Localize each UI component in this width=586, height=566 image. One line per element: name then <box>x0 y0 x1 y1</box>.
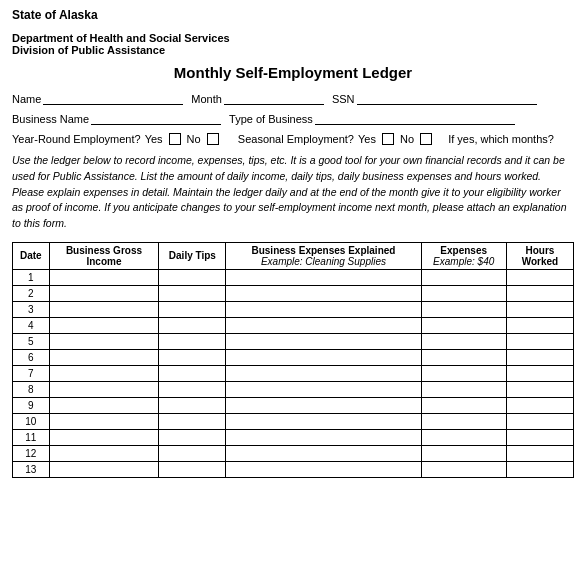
daily-tips-cell[interactable] <box>159 413 226 429</box>
th-expenses: ExpensesExample: $40 <box>421 242 506 269</box>
daily-tips-cell[interactable] <box>159 333 226 349</box>
name-field[interactable] <box>43 91 183 105</box>
hours-worked-cell[interactable] <box>506 317 573 333</box>
hours-worked-cell[interactable] <box>506 333 573 349</box>
year-round-yes-checkbox[interactable] <box>169 133 181 145</box>
expenses-explain-cell[interactable] <box>226 317 421 333</box>
hours-worked-cell[interactable] <box>506 429 573 445</box>
daily-tips-cell[interactable] <box>159 381 226 397</box>
row-number: 7 <box>13 365 50 381</box>
gross-income-cell[interactable] <box>49 413 159 429</box>
seasonal-label: Seasonal Employment? <box>238 133 354 145</box>
row-number: 3 <box>13 301 50 317</box>
month-label: Month <box>191 93 222 105</box>
year-round-label: Year-Round Employment? <box>12 133 141 145</box>
gross-income-cell[interactable] <box>49 333 159 349</box>
expenses-cell[interactable] <box>421 445 506 461</box>
year-round-no-checkbox[interactable] <box>207 133 219 145</box>
hours-worked-cell[interactable] <box>506 445 573 461</box>
daily-tips-cell[interactable] <box>159 317 226 333</box>
expenses-cell[interactable] <box>421 365 506 381</box>
expenses-explain-cell[interactable] <box>226 381 421 397</box>
hours-worked-cell[interactable] <box>506 285 573 301</box>
expenses-explain-cell[interactable] <box>226 285 421 301</box>
expenses-explain-cell[interactable] <box>226 301 421 317</box>
table-row: 5 <box>13 333 574 349</box>
business-name-field[interactable] <box>91 111 221 125</box>
gross-income-cell[interactable] <box>49 381 159 397</box>
month-field[interactable] <box>224 91 324 105</box>
daily-tips-cell[interactable] <box>159 365 226 381</box>
hours-worked-cell[interactable] <box>506 397 573 413</box>
state-title: State of Alaska <box>12 8 574 22</box>
daily-tips-cell[interactable] <box>159 445 226 461</box>
row-number: 2 <box>13 285 50 301</box>
expenses-cell[interactable] <box>421 269 506 285</box>
ssn-label: SSN <box>332 93 355 105</box>
expenses-explain-cell[interactable] <box>226 461 421 477</box>
daily-tips-cell[interactable] <box>159 349 226 365</box>
name-row: Name Month SSN <box>12 91 574 105</box>
expenses-cell[interactable] <box>421 381 506 397</box>
expenses-cell[interactable] <box>421 429 506 445</box>
expenses-cell[interactable] <box>421 285 506 301</box>
hours-worked-cell[interactable] <box>506 365 573 381</box>
table-row: 9 <box>13 397 574 413</box>
th-date: Date <box>13 242 50 269</box>
gross-income-cell[interactable] <box>49 349 159 365</box>
expenses-explain-cell[interactable] <box>226 413 421 429</box>
expenses-cell[interactable] <box>421 461 506 477</box>
expenses-cell[interactable] <box>421 333 506 349</box>
gross-income-cell[interactable] <box>49 317 159 333</box>
expenses-cell[interactable] <box>421 413 506 429</box>
expenses-explain-cell[interactable] <box>226 349 421 365</box>
name-label: Name <box>12 93 41 105</box>
type-field[interactable] <box>315 111 515 125</box>
gross-income-cell[interactable] <box>49 397 159 413</box>
daily-tips-cell[interactable] <box>159 285 226 301</box>
daily-tips-cell[interactable] <box>159 397 226 413</box>
table-row: 7 <box>13 365 574 381</box>
table-row: 11 <box>13 429 574 445</box>
row-number: 13 <box>13 461 50 477</box>
expenses-explain-cell[interactable] <box>226 333 421 349</box>
hours-worked-cell[interactable] <box>506 381 573 397</box>
row-number: 8 <box>13 381 50 397</box>
row-number: 11 <box>13 429 50 445</box>
hours-worked-cell[interactable] <box>506 269 573 285</box>
row-number: 4 <box>13 317 50 333</box>
seasonal-no-checkbox[interactable] <box>420 133 432 145</box>
ledger-table: Date Business GrossIncome Daily Tips Bus… <box>12 242 574 478</box>
expenses-cell[interactable] <box>421 349 506 365</box>
ssn-field[interactable] <box>357 91 537 105</box>
no2-label: No <box>400 133 414 145</box>
hours-worked-cell[interactable] <box>506 413 573 429</box>
daily-tips-cell[interactable] <box>159 301 226 317</box>
expenses-explain-cell[interactable] <box>226 365 421 381</box>
daily-tips-cell[interactable] <box>159 269 226 285</box>
gross-income-cell[interactable] <box>49 429 159 445</box>
expenses-cell[interactable] <box>421 301 506 317</box>
hours-worked-cell[interactable] <box>506 301 573 317</box>
expenses-explain-cell[interactable] <box>226 269 421 285</box>
expenses-explain-cell[interactable] <box>226 397 421 413</box>
gross-income-cell[interactable] <box>49 461 159 477</box>
th-hours: HoursWorked <box>506 242 573 269</box>
expenses-cell[interactable] <box>421 317 506 333</box>
daily-tips-cell[interactable] <box>159 461 226 477</box>
gross-income-cell[interactable] <box>49 285 159 301</box>
no-label: No <box>187 133 201 145</box>
gross-income-cell[interactable] <box>49 445 159 461</box>
employment-row: Year-Round Employment? Yes No Seasonal E… <box>12 133 574 145</box>
seasonal-yes-checkbox[interactable] <box>382 133 394 145</box>
daily-tips-cell[interactable] <box>159 429 226 445</box>
hours-worked-cell[interactable] <box>506 349 573 365</box>
expenses-explain-cell[interactable] <box>226 445 421 461</box>
hours-worked-cell[interactable] <box>506 461 573 477</box>
expenses-explain-cell[interactable] <box>226 429 421 445</box>
expenses-cell[interactable] <box>421 397 506 413</box>
gross-income-cell[interactable] <box>49 301 159 317</box>
row-number: 5 <box>13 333 50 349</box>
gross-income-cell[interactable] <box>49 365 159 381</box>
gross-income-cell[interactable] <box>49 269 159 285</box>
